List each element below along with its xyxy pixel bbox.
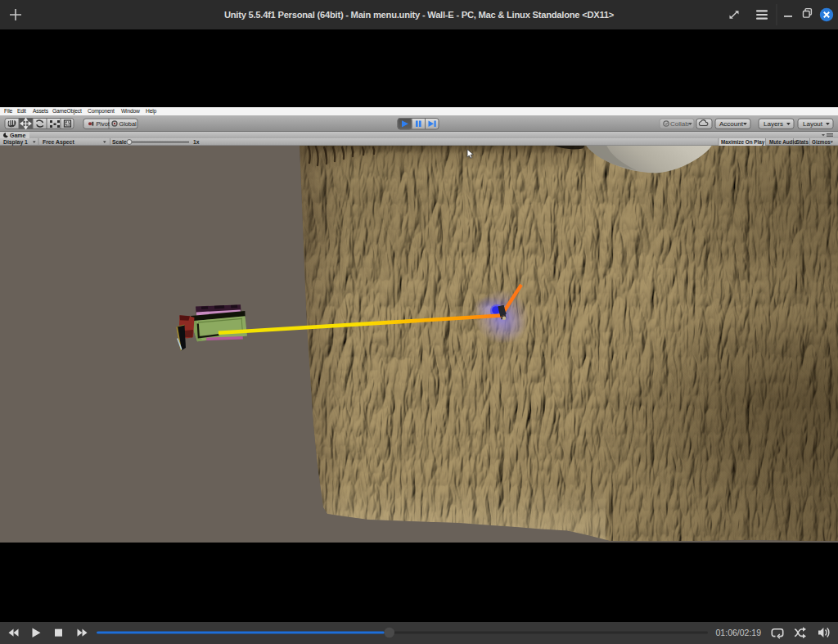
svg-text:Pivot: Pivot [97, 120, 110, 128]
svg-text:1x: 1x [193, 139, 200, 145]
svg-text:Account: Account [719, 120, 744, 128]
svg-text:Stats: Stats [796, 139, 809, 145]
svg-text:Layers: Layers [764, 120, 783, 128]
svg-text:Maximize On Play: Maximize On Play [721, 139, 765, 146]
svg-text:Layout: Layout [803, 120, 823, 128]
svg-text:01:06/02:19: 01:06/02:19 [716, 628, 762, 637]
svg-text:Gizmos: Gizmos [812, 139, 831, 145]
svg-text:Scale: Scale [112, 139, 127, 145]
svg-text:Free Aspect: Free Aspect [43, 139, 74, 146]
svg-text:Global: Global [119, 120, 137, 128]
svg-text:Mute Audio: Mute Audio [769, 139, 797, 145]
svg-text:Collab: Collab [670, 120, 689, 128]
svg-text:Game: Game [10, 133, 26, 138]
svg-text:Display 1: Display 1 [3, 139, 28, 146]
